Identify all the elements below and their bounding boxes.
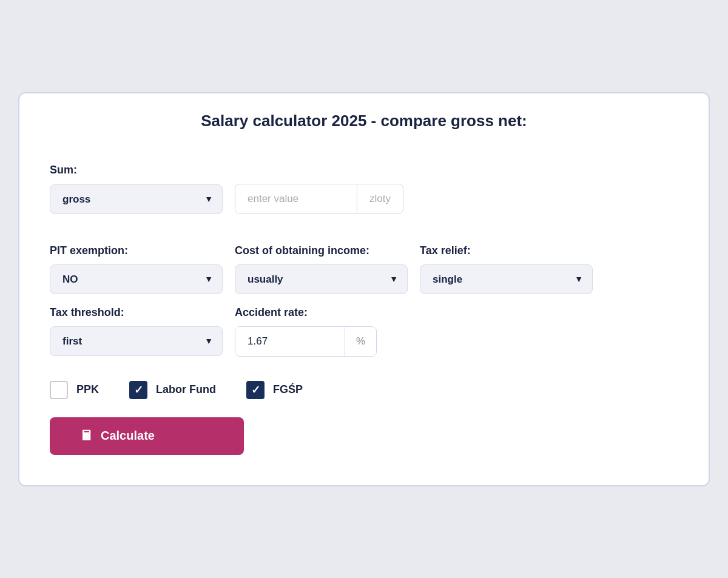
labor-fund-label: Labor Fund xyxy=(156,383,216,396)
accident-label: Accident rate: xyxy=(235,306,377,319)
tax-relief-group: Tax relief: single double none ▼ xyxy=(420,244,593,294)
fgsp-label: FGŚP xyxy=(273,383,303,396)
value-input-group: zloty xyxy=(235,184,403,214)
threshold-group: Tax threshold: first second ▼ xyxy=(50,306,223,356)
sum-row: gross net ▼ zloty xyxy=(50,184,678,214)
checkboxes-row: PPK Labor Fund FGŚP xyxy=(50,381,678,399)
calculator-icon: 🖩 xyxy=(80,428,93,444)
calculate-button-label: Calculate xyxy=(101,429,155,443)
unit-label: zloty xyxy=(357,184,403,213)
income-select-wrapper: usually increased none ▼ xyxy=(235,264,408,294)
gross-select[interactable]: gross net xyxy=(50,184,223,214)
pit-group: PIT exemption: NO YES ▼ xyxy=(50,244,223,294)
labor-fund-checkbox-item: Labor Fund xyxy=(129,381,216,399)
page-title: Salary calculator 2025 - compare gross n… xyxy=(50,112,678,139)
threshold-label: Tax threshold: xyxy=(50,306,223,319)
percent-label: % xyxy=(345,327,376,356)
income-group: Cost of obtaining income: usually increa… xyxy=(235,244,408,294)
calculate-button[interactable]: 🖩 Calculate xyxy=(50,417,244,455)
calculator-card: Salary calculator 2025 - compare gross n… xyxy=(18,92,710,486)
threshold-select-wrapper: first second ▼ xyxy=(50,326,223,356)
fgsp-checkbox-item: FGŚP xyxy=(246,381,303,399)
threshold-select[interactable]: first second xyxy=(50,326,223,356)
income-select[interactable]: usually increased none xyxy=(235,264,408,294)
sum-section: Sum: gross net ▼ zloty xyxy=(50,164,678,214)
tax-relief-select[interactable]: single double none xyxy=(420,264,593,294)
middle-row: PIT exemption: NO YES ▼ Cost of obtainin… xyxy=(50,244,678,294)
value-input[interactable] xyxy=(235,184,357,213)
gross-select-wrapper: gross net ▼ xyxy=(50,184,223,214)
ppk-checkbox[interactable] xyxy=(50,381,68,399)
income-label: Cost of obtaining income: xyxy=(235,244,408,257)
ppk-checkbox-item: PPK xyxy=(50,381,99,399)
accident-input[interactable] xyxy=(235,327,345,356)
pit-select[interactable]: NO YES xyxy=(50,264,223,294)
fgsp-checkbox[interactable] xyxy=(246,381,265,399)
bottom-row: Tax threshold: first second ▼ Accident r… xyxy=(50,306,678,357)
accident-input-group: % xyxy=(235,326,377,357)
tax-relief-select-wrapper: single double none ▼ xyxy=(420,264,593,294)
pit-select-wrapper: NO YES ▼ xyxy=(50,264,223,294)
ppk-label: PPK xyxy=(76,383,99,396)
labor-fund-checkbox[interactable] xyxy=(129,381,147,399)
pit-label: PIT exemption: xyxy=(50,244,223,257)
accident-group: Accident rate: % xyxy=(235,306,377,357)
tax-relief-label: Tax relief: xyxy=(420,244,593,257)
sum-label: Sum: xyxy=(50,164,678,176)
